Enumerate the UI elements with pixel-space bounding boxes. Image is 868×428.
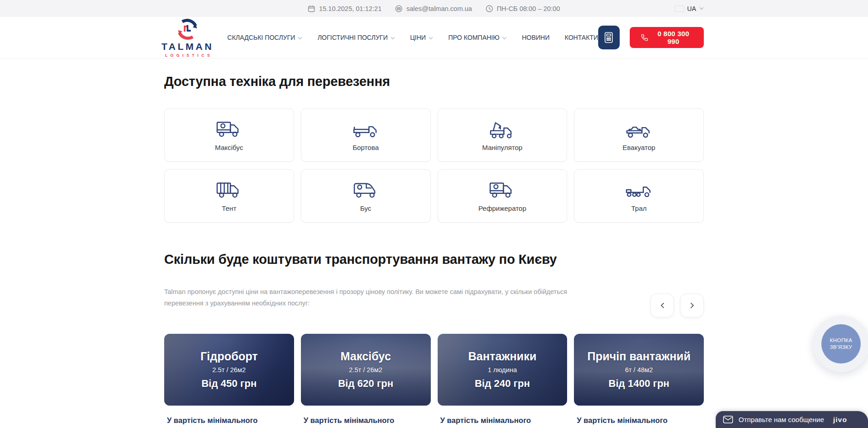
arrow-right-icon	[690, 302, 694, 309]
pricing-card-spec: 1 людина	[488, 366, 517, 374]
topbar-datetime: 15.10.2025, 01:12:21	[308, 5, 381, 12]
flag-ua-icon	[675, 5, 684, 12]
vehicle-card-flatbed[interactable]: Бортова	[301, 108, 431, 162]
nav-item-about-company[interactable]: ПРО КОМПАНІЮ	[448, 34, 507, 41]
pricing-card-price: Від 240 грн	[475, 378, 530, 390]
vehicle-label: Максібус	[215, 144, 243, 151]
pricing-card-cargo-trailer[interactable]: Причіп вантажний 6т / 48м2 Від 1400 грн …	[574, 334, 704, 428]
pricing-card-name: Гідроборт	[200, 350, 257, 363]
chevron-down-icon	[391, 37, 395, 40]
vehicles-title: Доступна техніка для перевезення	[164, 74, 704, 89]
pricing-card-name: Максібус	[340, 350, 391, 363]
maxibus-truck-icon	[215, 119, 243, 139]
pricing-card-note: У вартість мінімального замовлення за 45…	[301, 406, 431, 428]
language-selector[interactable]: UA	[675, 0, 704, 17]
calculator-button[interactable]	[598, 26, 620, 49]
topbar-hours: ПН-СБ 08:00 – 20:00	[486, 5, 560, 12]
pricing-card-photo: Гідроборт 2.5т / 26м2 Від 450 грн	[164, 334, 294, 406]
pricing-cards: Гідроборт 2.5т / 26м2 Від 450 грн У варт…	[164, 334, 704, 428]
callback-label-line2: ЗВ'ЯЗКУ	[830, 344, 852, 351]
callback-button[interactable]: КНОПКА ЗВ'ЯЗКУ	[821, 324, 861, 364]
pricing-card-name: Вантажники	[468, 350, 536, 363]
topbar-email[interactable]: sales@talman.com.ua	[395, 5, 472, 12]
vehicle-label: Евакуатор	[622, 144, 655, 151]
header: TALMAN LOGISTICS СКЛАДСЬКІ ПОСЛУГИ ЛОГІС…	[0, 17, 868, 58]
phone-icon	[640, 33, 648, 42]
chat-message-text: Отправьте нам сообщение	[739, 416, 824, 423]
vehicle-label: Бортова	[353, 144, 379, 151]
pricing-card-spec: 2.5т / 26м2	[212, 366, 246, 374]
chevron-down-icon	[502, 37, 507, 40]
vehicle-card-van[interactable]: Бус	[301, 169, 431, 223]
nav-item-contacts[interactable]: КОНТАКТИ	[565, 34, 598, 41]
vehicle-card-maxibus[interactable]: Максібус	[164, 108, 294, 162]
nav-item-news[interactable]: НОВИНИ	[522, 34, 550, 41]
pricing-card-price: Від 1400 грн	[609, 378, 670, 390]
arrow-left-icon	[660, 302, 664, 309]
vehicle-card-refrigerator[interactable]: Рефрижератор	[438, 169, 568, 223]
nav-item-warehouse-services[interactable]: СКЛАДСЬКІ ПОСЛУГИ	[227, 34, 302, 41]
pricing-description: Talman пропонує доступні ціни на вантажо…	[164, 286, 599, 309]
phone-button[interactable]: 0 800 300 990	[630, 27, 704, 48]
logo-subtitle: LOGISTICS	[165, 53, 213, 58]
callback-widget[interactable]: КНОПКА ЗВ'ЯЗКУ	[813, 316, 868, 372]
flatbed-truck-icon	[352, 119, 380, 139]
vehicle-card-tent[interactable]: Тент	[164, 169, 294, 223]
talman-logo[interactable]: TALMAN LOGISTICS	[161, 18, 214, 58]
chevron-down-icon	[429, 37, 433, 40]
vehicle-card-crane[interactable]: Маніпулятор	[438, 108, 568, 162]
pricing-card-spec: 2.5т / 26м2	[349, 366, 382, 374]
header-actions: 0 800 300 990	[598, 26, 704, 49]
vehicle-label: Трал	[631, 204, 647, 212]
pricing-card-photo: Причіп вантажний 6т / 48м2 Від 1400 грн	[574, 334, 704, 406]
phone-number: 0 800 300 990	[653, 30, 694, 45]
tent-truck-icon	[215, 180, 243, 200]
vehicles-grid: Максібус Бортова Маніпулятор Евакуатор Т…	[164, 108, 704, 223]
carousel-prev-button[interactable]	[650, 294, 674, 317]
logo-title: TALMAN	[161, 41, 214, 52]
pricing-title: Скільки буде коштувати транспортування в…	[164, 252, 704, 267]
pricing-card-photo: Вантажники 1 людина Від 240 грн	[438, 334, 568, 406]
jivo-logo: jivo	[833, 416, 847, 424]
pricing-card-note: У вартість мінімального замовлення за 45…	[164, 406, 294, 428]
lowboy-truck-icon	[625, 180, 653, 200]
vehicle-label: Тент	[222, 204, 236, 212]
topbar: 15.10.2025, 01:12:21 sales@talman.com.ua…	[0, 0, 868, 17]
vehicles-section: Доступна техніка для перевезення Максібу…	[164, 74, 704, 223]
nav-label: ЦІНИ	[410, 34, 426, 41]
vehicle-card-tow[interactable]: Евакуатор	[574, 108, 704, 162]
nav-label: НОВИНИ	[522, 34, 550, 41]
pricing-card-note: У вартість мінімального замовлення за 45…	[438, 406, 568, 428]
pricing-card-price: Від 450 грн	[201, 378, 257, 390]
topbar-hours-text: ПН-СБ 08:00 – 20:00	[497, 5, 560, 12]
pricing-card-hydroboard[interactable]: Гідроборт 2.5т / 26м2 Від 450 грн У варт…	[164, 334, 294, 428]
pricing-card-maxibus[interactable]: Максібус 2.5т / 26м2 Від 620 грн У варті…	[301, 334, 431, 428]
topbar-datetime-text: 15.10.2025, 01:12:21	[319, 5, 381, 12]
pricing-card-photo: Максібус 2.5т / 26м2 Від 620 грн	[301, 334, 431, 406]
chat-widget-bar[interactable]: Отправьте нам сообщение jivo	[716, 411, 868, 428]
carousel-next-button[interactable]	[680, 294, 704, 317]
pricing-card-name: Причіп вантажний	[587, 350, 691, 363]
pricing-card-note: У вартість мінімального замовлення за 45…	[574, 406, 704, 428]
pricing-section: Скільки буде коштувати транспортування в…	[164, 252, 704, 428]
nav-label: СКЛАДСЬКІ ПОСЛУГИ	[227, 34, 295, 41]
calculator-icon	[603, 32, 614, 43]
nav-item-logistics-services[interactable]: ЛОГІСТИЧНІ ПОСЛУГИ	[317, 34, 395, 41]
topbar-info-group: 15.10.2025, 01:12:21 sales@talman.com.ua…	[308, 5, 560, 12]
chevron-down-icon	[298, 37, 302, 40]
language-code: UA	[687, 5, 696, 12]
nav-item-prices[interactable]: ЦІНИ	[410, 34, 433, 41]
pricing-card-loaders[interactable]: Вантажники 1 людина Від 240 грн У вартіс…	[438, 334, 568, 428]
clock-icon	[486, 5, 493, 12]
tow-truck-icon	[625, 119, 653, 139]
pricing-card-spec: 6т / 48м2	[625, 366, 653, 374]
vehicle-label: Бус	[360, 204, 371, 212]
refrigerator-truck-icon	[488, 180, 516, 200]
callback-label-line1: КНОПКА	[830, 337, 852, 344]
chat-envelope-icon	[723, 416, 733, 423]
talman-logo-icon	[176, 18, 199, 41]
chevron-down-icon	[699, 7, 704, 10]
vehicle-card-lowboy[interactable]: Трал	[574, 169, 704, 223]
van-truck-icon	[352, 180, 380, 200]
crane-truck-icon	[488, 119, 516, 139]
